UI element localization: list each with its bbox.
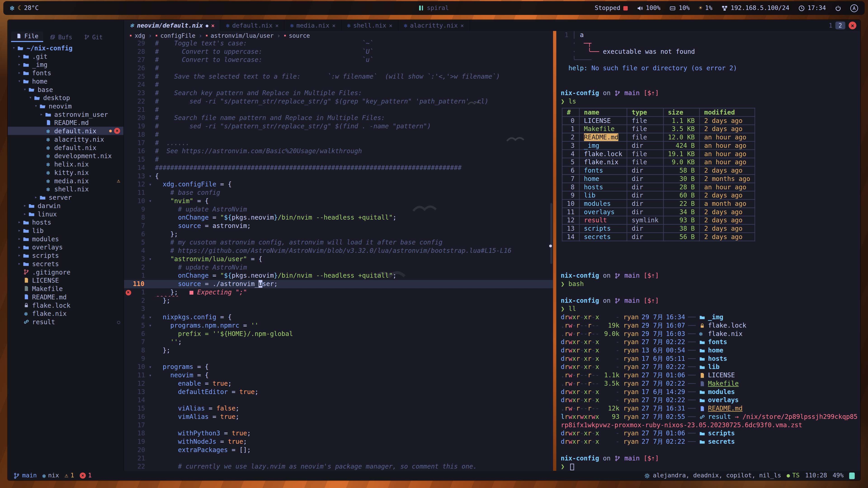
code-line[interactable]: 3▾ "astronvim/lua/user" = { bbox=[124, 255, 553, 263]
tab-close-icon[interactable]: × bbox=[332, 22, 336, 29]
tab-close-icon[interactable]: × bbox=[460, 22, 464, 29]
code-line[interactable]: 6 prefix = ''${HOME}/.npm-global bbox=[124, 330, 553, 338]
tree-item[interactable]: ❄helix.nix bbox=[8, 160, 123, 168]
terminal-command-line[interactable]: ❯ bash bbox=[561, 280, 860, 288]
tree-item[interactable]: ▸.git bbox=[8, 52, 123, 60]
code-line[interactable]: 20# Search file name pattern and Replace… bbox=[124, 114, 553, 122]
tabpage-indicator[interactable]: 2 bbox=[835, 21, 845, 29]
terminal-command-line[interactable]: ❯ ll bbox=[561, 305, 860, 313]
breadcrumb-item[interactable]: ▪astronvim/lua/user bbox=[206, 32, 274, 38]
code-line[interactable]: 25# Save the selected text to a file: `:… bbox=[124, 72, 553, 81]
code-line[interactable]: 5▾ programs.npm.npmrc = '' bbox=[124, 322, 553, 330]
fold-icon[interactable]: ▾ bbox=[149, 255, 155, 263]
fold-icon[interactable]: ▾ bbox=[149, 322, 155, 330]
terminal-command-line[interactable]: ❯ ls bbox=[561, 97, 860, 106]
code-line[interactable]: 27# Convert to lowercase: `u` bbox=[124, 56, 553, 64]
code-line[interactable]: 19 withNodeJs = true; bbox=[124, 437, 553, 446]
tree-item[interactable]: ▸linux bbox=[8, 210, 123, 218]
tree-item[interactable]: ❄alacritty.nix bbox=[8, 135, 123, 143]
tree-item[interactable]: ▸darwin bbox=[8, 201, 123, 210]
code-area[interactable]: 29# Toggle text's case: `~`28# Convert t… bbox=[124, 39, 553, 471]
code-line[interactable]: 1 onChange = "${pkgs.neovim}/bin/nvim --… bbox=[124, 271, 553, 280]
code-line[interactable]: 21# bbox=[124, 106, 553, 114]
tree-item[interactable]: ❄shell.nix bbox=[8, 185, 123, 193]
breadcrumb-item[interactable]: ▪source bbox=[284, 32, 310, 38]
code-line[interactable]: 3 bbox=[124, 305, 553, 313]
diagnostic-warnings[interactable]: ⚠ 1 bbox=[65, 472, 74, 479]
code-line[interactable]: 10▾ programs = { bbox=[124, 363, 553, 371]
explorer-tab-git[interactable]: Git bbox=[79, 33, 107, 42]
buffer-tab[interactable]: ❄neovim/default.nix●× bbox=[124, 20, 221, 31]
fold-icon[interactable]: ▾ bbox=[149, 313, 155, 322]
code-line[interactable]: 110 source = ./astronvim_user; bbox=[124, 280, 553, 288]
code-line[interactable]: 17# ...... bbox=[124, 139, 553, 147]
tree-item[interactable]: ▸_img bbox=[8, 60, 123, 69]
workspace-indicator[interactable]: spiral bbox=[419, 4, 449, 12]
tab-close-icon[interactable]: × bbox=[389, 22, 393, 29]
git-branch[interactable]: main bbox=[13, 472, 37, 479]
tree-item[interactable]: ▾base bbox=[8, 85, 123, 94]
code-line[interactable]: 2 # update AstroNvim bbox=[124, 263, 553, 272]
tree-item[interactable]: ❄default.nix●× bbox=[8, 127, 123, 135]
fold-icon[interactable]: ▾ bbox=[149, 180, 155, 189]
code-line[interactable]: 17 bbox=[124, 421, 553, 429]
tree-root[interactable]: ▾~/nix-config bbox=[8, 43, 123, 52]
code-line[interactable]: 22 # currently we use lazy.nvim as neovi… bbox=[124, 462, 553, 471]
code-line[interactable]: 22# sed -ri "s/pattern_str/replace_str/g… bbox=[124, 97, 553, 106]
fold-icon[interactable]: ▾ bbox=[149, 197, 155, 205]
diagnostic-errors[interactable]: × 1 bbox=[80, 472, 92, 479]
tree-item[interactable]: flake.lock bbox=[8, 301, 123, 309]
brightness-indicator[interactable]: ☀ 1% bbox=[699, 4, 712, 12]
code-line[interactable]: 14######################################… bbox=[124, 164, 553, 172]
tree-item[interactable]: ▸astronvim_user bbox=[8, 110, 123, 119]
code-line[interactable]: 9 # update AstroNvim bbox=[124, 205, 553, 214]
tree-item[interactable]: ❄media.nix⚠ bbox=[8, 176, 123, 185]
tree-item[interactable]: ❄flake.nix bbox=[8, 309, 123, 318]
tree-item[interactable]: ▸modules bbox=[8, 234, 123, 243]
disk-indicator[interactable]: 10% bbox=[669, 4, 690, 12]
tree-item[interactable]: ❄default.nix bbox=[8, 143, 123, 152]
code-line[interactable]: 18# bbox=[124, 131, 553, 139]
ime-indicator[interactable]: A bbox=[850, 4, 858, 12]
code-line[interactable]: 5 # my cusotom astronvim config, astronv… bbox=[124, 238, 553, 247]
code-line[interactable]: 8 onChange = "${pkgs.neovim}/bin/nvim --… bbox=[124, 214, 553, 222]
tree-item[interactable]: ▸server bbox=[8, 193, 123, 201]
buffer-tab[interactable]: ❄media.nix× bbox=[285, 20, 342, 31]
fold-icon[interactable]: ▾ bbox=[149, 371, 155, 380]
buffer-tab[interactable]: ❄shell.nix× bbox=[342, 20, 398, 31]
tree-item[interactable]: LICENSE bbox=[8, 276, 123, 285]
tree-item[interactable]: ❄kitty.nix bbox=[8, 168, 123, 176]
code-line[interactable]: 8 }; bbox=[124, 346, 553, 355]
breadcrumb-item[interactable]: ▪xdg bbox=[129, 32, 145, 38]
code-line[interactable]: 15# bbox=[124, 156, 553, 164]
power-button[interactable] bbox=[835, 5, 841, 11]
code-line[interactable]: 21 bbox=[124, 454, 553, 463]
tree-item[interactable]: ▾home bbox=[8, 77, 123, 85]
editor[interactable]: ▪xdg›▪configFile›▪astronvim/lua/user›▪so… bbox=[124, 31, 553, 471]
code-line[interactable]: 20 extraPackages = []; bbox=[124, 446, 553, 454]
clock[interactable]: 17:34 bbox=[798, 4, 826, 12]
explorer-tab-file[interactable]: File bbox=[11, 32, 43, 42]
weather-indicator[interactable]: ☾ 28°C bbox=[18, 4, 39, 12]
code-line[interactable]: 26# bbox=[124, 64, 553, 72]
code-line[interactable]: 7 source = astronvim; bbox=[124, 222, 553, 230]
code-line[interactable]: 4▾ nixpkgs.config = { bbox=[124, 313, 553, 322]
terminal-command-line[interactable]: ❯ bbox=[561, 462, 860, 471]
code-line[interactable]: 10▾ "nvim" = { bbox=[124, 197, 553, 205]
code-line[interactable]: 11 # base config bbox=[124, 189, 553, 197]
buffer-tab[interactable]: ❄default.nix× bbox=[221, 20, 285, 31]
tree-item[interactable]: ▸fonts bbox=[8, 69, 123, 77]
tree-item[interactable]: ▸lib bbox=[8, 226, 123, 235]
code-line[interactable]: 19# sed -ri "s/pattern_str/replace_str/g… bbox=[124, 122, 553, 131]
network-indicator[interactable]: 192.168.5.100/24 bbox=[721, 4, 789, 12]
code-line[interactable]: 12 enable = true; bbox=[124, 380, 553, 388]
tree-item[interactable]: README.md bbox=[8, 119, 123, 127]
code-line[interactable]: 16 vimAlias = true; bbox=[124, 413, 553, 421]
tree-item[interactable]: Makefile bbox=[8, 285, 123, 293]
code-line[interactable]: 16# See https://astronvim.com/Basic%20Us… bbox=[124, 147, 553, 156]
tree-item[interactable]: ▾desktop bbox=[8, 94, 123, 102]
code-line[interactable]: ×1 }; ■ Expecting ";" bbox=[124, 288, 553, 297]
code-line[interactable]: 15 viAlias = false; bbox=[124, 404, 553, 413]
code-line[interactable]: 6 }; bbox=[124, 230, 553, 238]
fold-icon[interactable]: ▾ bbox=[149, 363, 155, 371]
